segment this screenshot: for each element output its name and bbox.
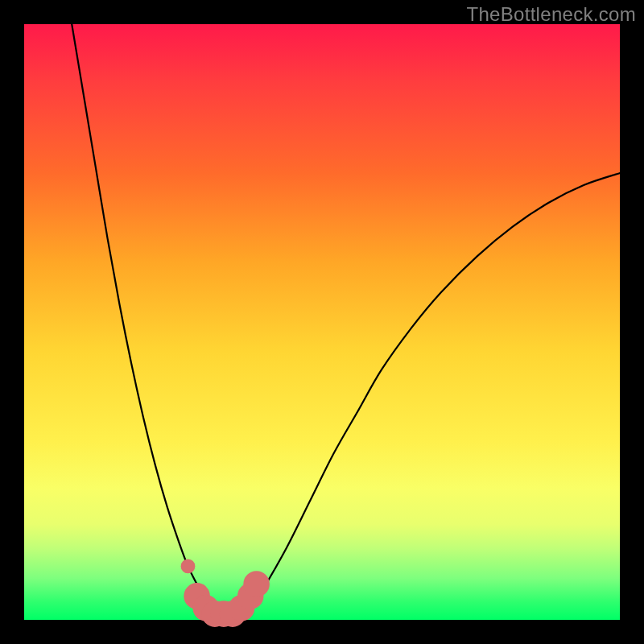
chart-frame: TheBottleneck.com xyxy=(0,0,644,644)
plot-area xyxy=(24,24,620,620)
watermark-text: TheBottleneck.com xyxy=(466,3,636,26)
